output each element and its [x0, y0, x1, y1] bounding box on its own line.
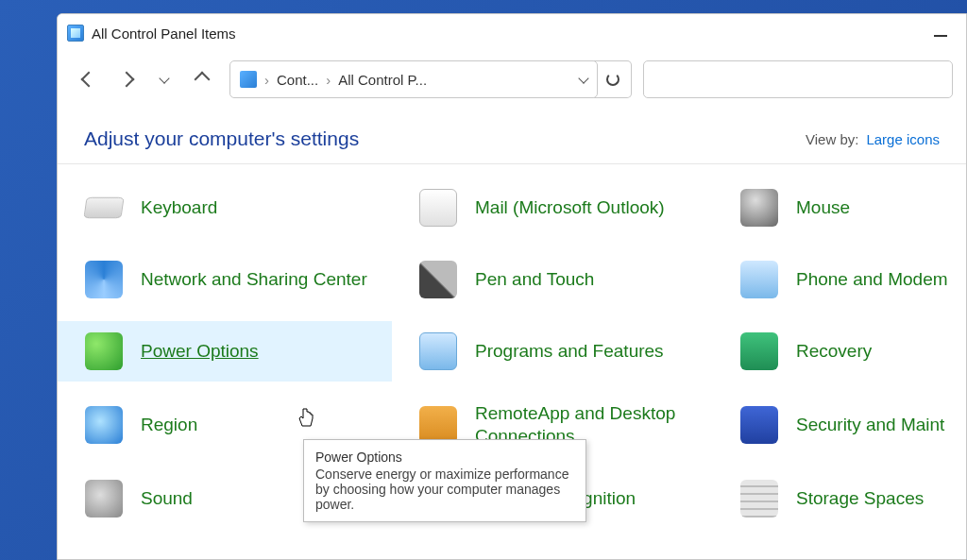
item-label: Sound	[141, 487, 193, 510]
item-label: Pen and Touch	[475, 268, 594, 291]
view-by-selector[interactable]: View by: Large icons	[806, 131, 940, 147]
item-label: Keyboard	[141, 196, 217, 219]
titlebar[interactable]: All Control Panel Items	[58, 14, 966, 52]
recovery-icon	[739, 331, 779, 371]
item-label: Region	[141, 414, 197, 436]
control-panel-icon	[240, 71, 257, 88]
forward-button[interactable]	[109, 61, 144, 97]
item-label: Recovery	[796, 340, 872, 363]
breadcrumb-item[interactable]: All Control P...	[338, 72, 427, 88]
item-security[interactable]: Security and Maint	[713, 393, 966, 457]
item-network[interactable]: Network and Sharing Center	[58, 249, 392, 310]
chevron-right-icon: ›	[326, 72, 331, 88]
security-icon	[739, 405, 779, 445]
chevron-down-icon[interactable]	[578, 73, 588, 83]
item-label: Mouse	[796, 196, 850, 219]
item-label: Security and Maint	[796, 414, 944, 436]
sound-icon	[84, 479, 124, 518]
chevron-right-icon: ›	[264, 72, 269, 88]
item-programs[interactable]: Programs and Features	[392, 321, 713, 382]
item-phone[interactable]: Phone and Modem	[713, 249, 966, 310]
item-power-options[interactable]: Power Options	[58, 321, 392, 382]
tooltip-title: Power Options	[315, 450, 574, 465]
refresh-button[interactable]	[594, 60, 632, 98]
storage-icon	[739, 479, 779, 518]
view-by-value[interactable]: Large icons	[866, 131, 940, 147]
up-button[interactable]	[184, 61, 220, 97]
item-label: Power Options	[141, 340, 259, 363]
window-title: All Control Panel Items	[92, 25, 236, 42]
item-mouse[interactable]: Mouse	[713, 178, 966, 238]
window-controls	[934, 29, 960, 37]
pen-icon	[418, 260, 458, 299]
page-header: Adjust your computer's settings View by:…	[58, 107, 966, 164]
item-keyboard[interactable]: Keyboard	[58, 178, 392, 238]
keyboard-icon	[84, 188, 124, 228]
refresh-icon	[606, 73, 619, 86]
address-bar: › Cont... › All Control P...	[58, 52, 966, 107]
mail-icon	[418, 188, 458, 228]
item-label: Mail (Microsoft Outlook)	[475, 196, 665, 219]
breadcrumb-box[interactable]: › Cont... › All Control P...	[229, 60, 598, 98]
item-pen[interactable]: Pen and Touch	[392, 249, 713, 310]
tooltip: Power Options Conserve energy or maximiz…	[303, 439, 586, 522]
network-icon	[84, 260, 124, 299]
page-title: Adjust your computer's settings	[84, 127, 359, 150]
region-icon	[84, 405, 124, 445]
search-input[interactable]	[643, 60, 953, 98]
item-label: Network and Sharing Center	[141, 268, 367, 291]
item-mail[interactable]: Mail (Microsoft Outlook)	[392, 178, 713, 238]
mouse-icon	[739, 188, 779, 228]
item-label: Phone and Modem	[796, 268, 948, 291]
control-panel-window: All Control Panel Items › Cont... › All …	[57, 13, 967, 560]
phone-icon	[739, 260, 779, 299]
item-label: Storage Spaces	[796, 487, 924, 510]
back-button[interactable]	[71, 61, 107, 97]
item-label: Programs and Features	[475, 340, 664, 363]
programs-icon	[418, 331, 458, 371]
tooltip-body: Conserve energy or maximize performance …	[315, 467, 574, 512]
power-icon	[84, 331, 124, 371]
control-panel-icon	[67, 25, 84, 42]
minimize-button[interactable]	[934, 35, 947, 37]
breadcrumb-item[interactable]: Cont...	[277, 72, 318, 88]
item-storage[interactable]: Storage Spaces	[713, 468, 966, 529]
item-recovery[interactable]: Recovery	[713, 321, 966, 382]
history-dropdown[interactable]	[146, 61, 182, 97]
view-by-label: View by:	[806, 131, 858, 147]
